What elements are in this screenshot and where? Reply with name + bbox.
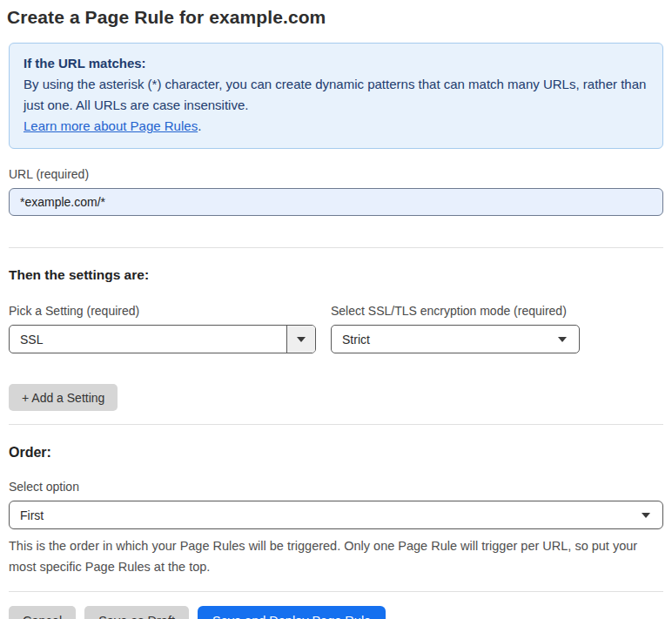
order-select-label: Select option xyxy=(9,480,663,494)
add-setting-button[interactable]: + Add a Setting xyxy=(9,384,118,411)
divider xyxy=(9,247,663,248)
settings-section-heading: Then the settings are: xyxy=(9,267,663,283)
order-help-text: This is the order in which your Page Rul… xyxy=(9,535,663,577)
setting-select-arrow-segment[interactable] xyxy=(286,326,315,353)
page-title: Create a Page Rule for example.com xyxy=(7,7,663,28)
ssl-mode-select[interactable]: Strict xyxy=(331,325,580,353)
order-section-heading: Order: xyxy=(9,445,663,461)
setting-column: Pick a Setting (required) SSL xyxy=(9,304,316,353)
divider xyxy=(9,424,663,425)
page-rule-form: Create a Page Rule for example.com If th… xyxy=(0,0,672,619)
setting-select-label: Pick a Setting (required) xyxy=(9,304,316,318)
mode-select-value: Strict xyxy=(332,333,558,347)
chevron-down-icon xyxy=(642,513,650,518)
order-select-value: First xyxy=(10,508,642,522)
link-suffix: . xyxy=(198,118,201,133)
learn-more-link[interactable]: Learn more about Page Rules xyxy=(24,118,198,133)
mode-column: Select SSL/TLS encryption mode (required… xyxy=(331,304,580,353)
info-box-heading: If the URL matches: xyxy=(24,53,648,74)
url-match-info-box: If the URL matches: By using the asteris… xyxy=(9,43,663,149)
info-box-body: By using the asterisk (*) character, you… xyxy=(24,74,648,116)
footer-actions: Cancel Save as Draft Save and Deploy Pag… xyxy=(9,606,663,619)
mode-select-label: Select SSL/TLS encryption mode (required… xyxy=(331,304,580,318)
save-deploy-button[interactable]: Save and Deploy Page Rule xyxy=(198,606,386,619)
setting-select-value: SSL xyxy=(10,333,286,347)
chevron-down-icon xyxy=(297,337,306,342)
info-box-link-line: Learn more about Page Rules. xyxy=(24,116,648,137)
cancel-button[interactable]: Cancel xyxy=(9,606,76,619)
setting-select[interactable]: SSL xyxy=(9,325,316,353)
order-select[interactable]: First xyxy=(9,501,663,529)
chevron-down-icon xyxy=(558,337,567,342)
settings-row: Pick a Setting (required) SSL Select SSL… xyxy=(9,304,663,353)
divider xyxy=(9,591,663,592)
url-field-label: URL (required) xyxy=(9,167,663,181)
url-input[interactable] xyxy=(9,188,663,216)
save-draft-button[interactable]: Save as Draft xyxy=(84,606,189,619)
